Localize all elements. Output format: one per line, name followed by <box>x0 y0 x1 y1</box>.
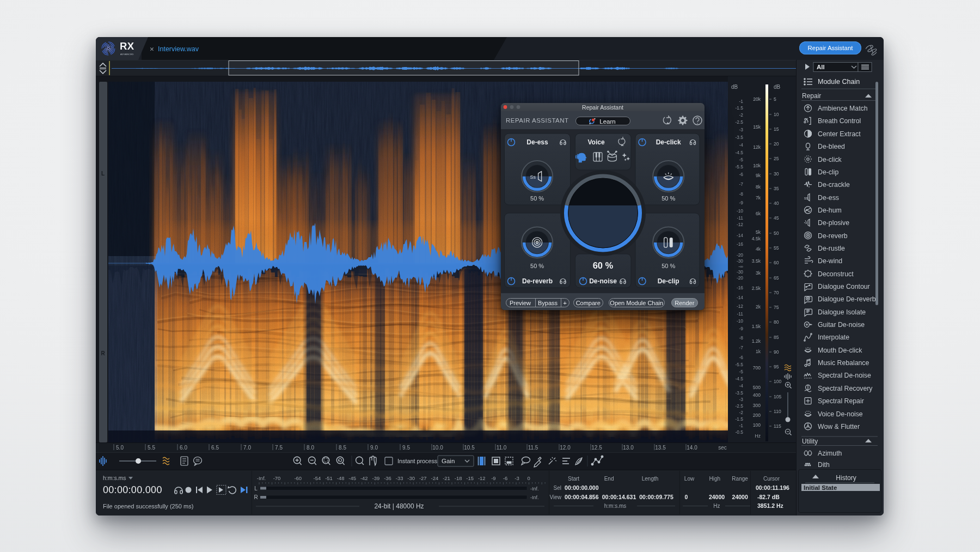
svg-text:2.5k: 2.5k <box>752 286 761 291</box>
svg-text:1.5k: 1.5k <box>752 324 761 329</box>
svg-text:-6: -6 <box>503 475 507 481</box>
svg-text:1k: 1k <box>756 349 761 354</box>
svg-text:dB: dB <box>731 84 738 90</box>
svg-text:De-reverb: De-reverb <box>522 277 553 285</box>
svg-text:200: 200 <box>753 413 761 418</box>
svg-text:5.0: 5.0 <box>116 445 124 451</box>
svg-text:80: 80 <box>774 319 779 325</box>
svg-text:De-wind: De-wind <box>818 257 842 265</box>
svg-text:20k: 20k <box>753 96 761 102</box>
svg-text:-3.5: -3.5 <box>736 390 744 396</box>
svg-text:-2: -2 <box>739 112 744 118</box>
svg-text:R: R <box>254 494 258 500</box>
svg-text:De-ess: De-ess <box>526 138 548 146</box>
svg-text:10.5: 10.5 <box>464 445 475 451</box>
svg-text:sec: sec <box>718 445 727 451</box>
svg-text:-6: -6 <box>739 355 744 360</box>
svg-text:De-bleed: De-bleed <box>818 143 845 150</box>
svg-text:-4.5: -4.5 <box>736 150 744 155</box>
svg-text:7.5: 7.5 <box>275 445 283 451</box>
svg-text:-7: -7 <box>739 181 744 187</box>
svg-text:-4: -4 <box>739 383 744 389</box>
svg-text:-12: -12 <box>737 222 743 227</box>
svg-text:9.0: 9.0 <box>370 445 378 451</box>
svg-text:History: History <box>836 474 856 482</box>
svg-text:Mouth De-click: Mouth De-click <box>818 347 862 354</box>
svg-text:Spectral Repair: Spectral Repair <box>818 397 864 405</box>
svg-text:15: 15 <box>774 126 779 132</box>
svg-text:De-reverb: De-reverb <box>818 232 848 240</box>
svg-text:5k: 5k <box>756 229 761 235</box>
svg-text:De-rustle: De-rustle <box>818 245 845 252</box>
svg-text:65: 65 <box>774 275 779 281</box>
svg-text:2k: 2k <box>756 304 761 310</box>
svg-text:-60: -60 <box>294 475 302 481</box>
svg-text:-14: -14 <box>737 295 743 300</box>
svg-text:9k: 9k <box>756 173 761 178</box>
svg-text:-54: -54 <box>314 475 321 481</box>
svg-text:0: 0 <box>528 475 530 481</box>
svg-text:-1.5: -1.5 <box>736 416 744 422</box>
svg-text:-5.5: -5.5 <box>736 164 744 169</box>
svg-text:ss: ss <box>804 196 808 200</box>
svg-text:Music Rebalance: Music Rebalance <box>818 359 869 367</box>
svg-text:-24: -24 <box>431 475 439 481</box>
svg-text:9.5: 9.5 <box>402 445 410 451</box>
svg-text:1.2k: 1.2k <box>752 338 761 344</box>
svg-text:Interpolate: Interpolate <box>818 333 849 341</box>
svg-text:50: 50 <box>774 230 779 236</box>
svg-text:12k: 12k <box>753 144 761 150</box>
svg-text:Wow & Flutter: Wow & Flutter <box>818 423 860 430</box>
svg-text:-3.5: -3.5 <box>736 135 744 140</box>
svg-text:-2: -2 <box>739 410 744 415</box>
svg-text:Guitar De-noise: Guitar De-noise <box>818 321 865 329</box>
svg-text:-1: -1 <box>739 423 744 428</box>
svg-text:105: 105 <box>774 394 782 399</box>
svg-text:45: 45 <box>774 215 779 221</box>
svg-text:115: 115 <box>774 423 781 429</box>
svg-text:95: 95 <box>774 364 779 369</box>
svg-text:90: 90 <box>774 349 779 355</box>
svg-text:-2.5: -2.5 <box>736 403 744 409</box>
svg-text:-20: -20 <box>737 252 743 258</box>
svg-text:100: 100 <box>774 379 782 384</box>
svg-text:-3: -3 <box>514 475 519 481</box>
svg-text:6.0: 6.0 <box>180 445 187 451</box>
svg-text:-10: -10 <box>737 208 743 214</box>
svg-text:10: 10 <box>774 112 779 117</box>
svg-text:De-crackle: De-crackle <box>818 181 850 189</box>
svg-text:-39: -39 <box>372 475 380 481</box>
svg-text:-6: -6 <box>739 172 744 177</box>
svg-text:7.0: 7.0 <box>243 445 251 451</box>
svg-text:De-click: De-click <box>818 156 842 163</box>
svg-text:7k: 7k <box>756 195 761 201</box>
svg-text:De-ess: De-ess <box>818 194 839 202</box>
svg-text:500: 500 <box>753 385 761 390</box>
svg-text:-Inf.: -Inf. <box>257 475 266 481</box>
svg-text:5.5: 5.5 <box>148 445 155 451</box>
svg-text:4k: 4k <box>756 246 761 252</box>
svg-text:Breath Control: Breath Control <box>818 117 861 125</box>
svg-text:Center Extract: Center Extract <box>818 130 861 138</box>
svg-text:-18: -18 <box>455 475 462 481</box>
svg-text:15k: 15k <box>753 124 761 130</box>
svg-text:De-noise: De-noise <box>589 277 617 285</box>
svg-text:100: 100 <box>753 422 761 428</box>
svg-text:-70: -70 <box>273 475 281 481</box>
svg-text:50 %: 50 % <box>530 263 544 269</box>
svg-text:Voice De-noise: Voice De-noise <box>818 410 863 418</box>
svg-text:11.5: 11.5 <box>528 445 538 451</box>
svg-text:-30: -30 <box>737 258 743 264</box>
svg-text:-5: -5 <box>739 369 744 374</box>
svg-text:12.0: 12.0 <box>560 445 571 451</box>
svg-text:-1.5: -1.5 <box>736 105 744 111</box>
svg-text:Utility: Utility <box>802 438 818 445</box>
svg-text:60: 60 <box>774 260 779 265</box>
svg-text:De-plosive: De-plosive <box>818 219 849 227</box>
svg-text:Repair: Repair <box>802 92 821 100</box>
svg-text:-12: -12 <box>737 304 743 309</box>
svg-text:-42: -42 <box>360 475 368 481</box>
svg-text:-5.5: -5.5 <box>736 362 744 367</box>
svg-text:-9: -9 <box>491 475 495 481</box>
svg-text:8k: 8k <box>756 184 761 190</box>
